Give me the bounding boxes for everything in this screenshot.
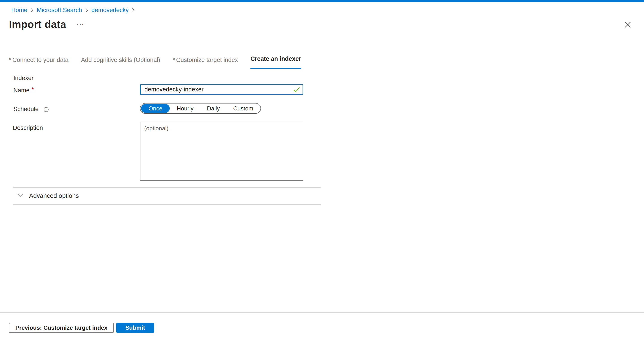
tab-customize-target-index[interactable]: *Customize target index bbox=[173, 56, 238, 69]
breadcrumb-resource-link[interactable]: demovedecky bbox=[92, 7, 129, 14]
azure-top-bar bbox=[0, 0, 644, 2]
description-label-text: Description bbox=[13, 124, 43, 132]
name-label-text: Name bbox=[14, 87, 30, 94]
tab-label: Connect to your data bbox=[12, 56, 69, 63]
advanced-options-toggle[interactable]: Advanced options bbox=[17, 192, 79, 200]
valid-check-icon bbox=[293, 86, 300, 94]
schedule-option-custom[interactable]: Custom bbox=[226, 104, 260, 113]
schedule-option-hourly[interactable]: Hourly bbox=[170, 104, 200, 113]
breadcrumb-home-link[interactable]: Home bbox=[11, 7, 27, 14]
indexer-name-input[interactable] bbox=[140, 84, 303, 95]
divider bbox=[13, 187, 321, 188]
tab-required-marker: * bbox=[173, 56, 175, 63]
chevron-down-icon bbox=[17, 193, 23, 198]
description-field-label: Description bbox=[13, 124, 43, 132]
tab-connect-to-your-data[interactable]: *Connect to your data bbox=[9, 56, 68, 69]
breadcrumb: Home Microsoft.Search demovedecky bbox=[11, 7, 138, 14]
schedule-option-daily[interactable]: Daily bbox=[200, 104, 226, 113]
tab-label: Customize target index bbox=[176, 56, 238, 63]
footer-separator bbox=[0, 312, 644, 313]
schedule-field-label: Schedule i bbox=[14, 106, 48, 113]
schedule-option-once[interactable]: Once bbox=[141, 104, 170, 113]
import-data-blade: Home Microsoft.Search demovedecky Import… bbox=[0, 0, 644, 342]
required-asterisk: * bbox=[32, 86, 34, 93]
advanced-options-label: Advanced options bbox=[29, 192, 79, 200]
chevron-right-icon bbox=[132, 8, 135, 13]
divider bbox=[13, 204, 321, 205]
previous-step-button[interactable]: Previous: Customize target index bbox=[9, 323, 114, 333]
more-options-icon[interactable]: ⋯ bbox=[76, 20, 84, 28]
tab-label: Add cognitive skills (Optional) bbox=[81, 56, 160, 63]
close-icon bbox=[624, 21, 631, 29]
page-title: Import data bbox=[9, 18, 66, 30]
tab-create-an-indexer[interactable]: Create an indexer bbox=[250, 56, 301, 69]
submit-button[interactable]: Submit bbox=[116, 323, 154, 333]
chevron-right-icon bbox=[30, 8, 34, 13]
schedule-segmented-control: Once Hourly Daily Custom bbox=[140, 103, 261, 114]
description-textarea[interactable] bbox=[140, 122, 303, 180]
breadcrumb-service-link[interactable]: Microsoft.Search bbox=[37, 7, 82, 14]
tab-label: Create an indexer bbox=[250, 56, 301, 62]
tab-required-marker: * bbox=[9, 56, 12, 63]
wizard-tabs: *Connect to your data Add cognitive skil… bbox=[9, 56, 301, 69]
chevron-right-icon bbox=[85, 8, 88, 13]
close-button[interactable] bbox=[624, 21, 632, 29]
schedule-label-text: Schedule bbox=[14, 106, 39, 113]
info-icon[interactable]: i bbox=[44, 107, 48, 112]
indexer-section-title: Indexer bbox=[14, 75, 34, 82]
tab-add-cognitive-skills[interactable]: Add cognitive skills (Optional) bbox=[81, 56, 160, 69]
name-field-label: Name * bbox=[14, 87, 34, 94]
